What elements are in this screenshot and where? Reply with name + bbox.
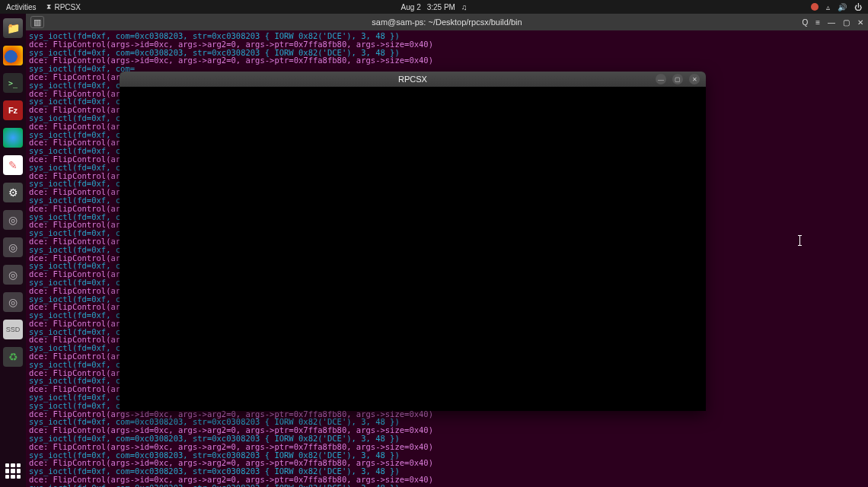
- disk-icon-4[interactable]: ◎: [3, 292, 23, 312]
- record-indicator-icon[interactable]: [811, 3, 819, 11]
- system-tray[interactable]: ▵ 🔊 ⏻: [811, 3, 862, 11]
- disk-icon-1[interactable]: ◎: [3, 210, 23, 230]
- app-icon: ⧗: [46, 3, 51, 11]
- terminal-line: dce: FlipControl(args->id=0xc, args->arg…: [29, 40, 865, 49]
- terminal-close-button[interactable]: ✕: [857, 18, 863, 27]
- terminal-maximize-button[interactable]: ▢: [843, 18, 850, 27]
- text-cursor-ibeam: [799, 235, 800, 246]
- ssd-icon[interactable]: SSD: [3, 320, 23, 339]
- rpcsx-titlebar[interactable]: RPCSX — ▢ ✕: [120, 72, 706, 87]
- notification-icon: ♫: [461, 3, 468, 11]
- power-icon[interactable]: ⏻: [854, 3, 862, 11]
- files-icon[interactable]: 📁: [3, 18, 23, 38]
- firefox-icon[interactable]: [3, 46, 23, 65]
- gnome-top-bar: Activities ⧗ RPCSX Aug 2 3:25 PM ♫ ▵ 🔊 ⏻: [0, 0, 868, 14]
- terminal-title: sam@sam-ps: ~/Desktop/rpcsx/build/bin: [372, 18, 522, 27]
- activities-button[interactable]: Activities: [6, 3, 36, 11]
- terminal-line: sys_ioctl(fd=0xf, com=0xc0308203, str=0x…: [29, 484, 865, 487]
- disk-icon-3[interactable]: ◎: [3, 265, 23, 285]
- rpcsx-window[interactable]: RPCSX — ▢ ✕: [120, 72, 706, 411]
- clock-area[interactable]: Aug 2 3:25 PM ♫: [401, 3, 468, 11]
- terminal-titlebar: ▥ sam@sam-ps: ~/Desktop/rpcsx/build/bin …: [26, 14, 868, 30]
- terminal-menu-button[interactable]: ≡: [815, 18, 820, 27]
- text-editor-icon[interactable]: ✎: [3, 155, 23, 175]
- time-label: 3:25 PM: [427, 3, 455, 11]
- show-applications-button[interactable]: [3, 461, 23, 481]
- terminal-search-button[interactable]: Q: [802, 18, 808, 27]
- rpcsx-viewport[interactable]: [120, 87, 706, 411]
- terminal-line: dce: FlipControl(args->id=0xc, args->arg…: [29, 56, 865, 65]
- disk-icon-2[interactable]: ◎: [3, 237, 23, 257]
- rpcsx-maximize-button[interactable]: ▢: [672, 74, 683, 84]
- browser-icon[interactable]: [3, 128, 23, 148]
- trash-icon[interactable]: ♻: [3, 347, 23, 367]
- settings-icon[interactable]: ⚙: [3, 183, 23, 202]
- volume-icon[interactable]: 🔊: [838, 3, 847, 11]
- ubuntu-dock: 📁 >_ Fz ✎ ⚙ ◎ ◎ ◎ ◎ SSD ♻: [0, 14, 26, 487]
- app-name-label: RPCSX: [54, 3, 80, 11]
- filezilla-icon[interactable]: Fz: [3, 100, 23, 120]
- terminal-new-tab-button[interactable]: ▥: [30, 16, 44, 28]
- date-label: Aug 2: [401, 3, 421, 11]
- rpcsx-close-button[interactable]: ✕: [689, 74, 700, 84]
- terminal-minimize-button[interactable]: —: [828, 18, 835, 27]
- rpcsx-title-label: RPCSX: [398, 75, 427, 84]
- rpcsx-minimize-button[interactable]: —: [656, 74, 666, 84]
- app-menu[interactable]: ⧗ RPCSX: [46, 3, 80, 11]
- terminal-icon[interactable]: >_: [3, 73, 23, 93]
- network-icon[interactable]: ▵: [826, 3, 830, 11]
